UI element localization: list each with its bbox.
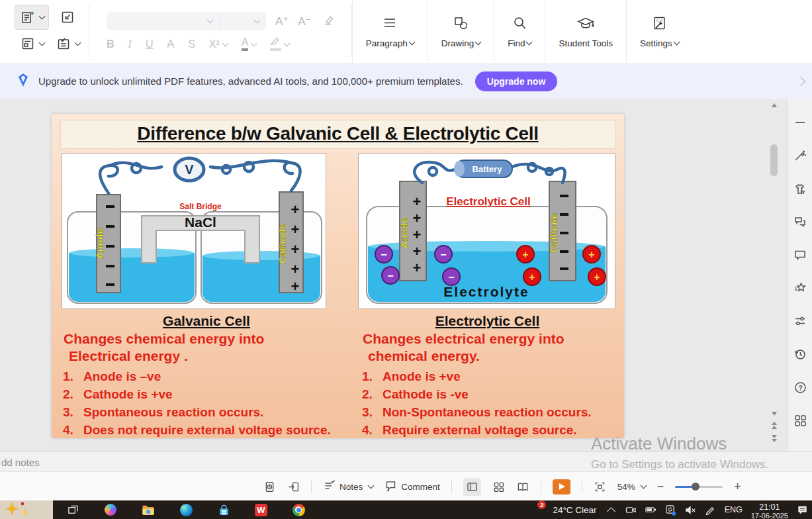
zoom-slider[interactable] <box>675 486 723 488</box>
zoom-in-button[interactable]: + <box>734 480 741 494</box>
windows-ink-pen-icon[interactable] <box>705 504 716 516</box>
bold-button[interactable]: B <box>107 38 114 50</box>
play-presentation-button[interactable] <box>553 479 570 495</box>
strikethrough-s-button[interactable]: S <box>188 38 195 50</box>
checklist-button[interactable] <box>50 31 85 56</box>
student-tools-button[interactable]: Student Tools <box>545 0 626 63</box>
settings-menu-button[interactable]: Settings <box>626 0 692 63</box>
increase-font-button[interactable]: A⁺ <box>275 15 289 28</box>
italic-button[interactable]: I <box>128 38 132 50</box>
strikethrough-a-button[interactable]: A <box>167 38 174 50</box>
comment-add-icon <box>384 479 397 494</box>
font-color-icon: A <box>242 37 249 51</box>
underline-button[interactable]: U <box>146 38 154 50</box>
salt-bridge-label: Salt Bridge <box>179 202 222 211</box>
notes-lines-icon <box>323 479 336 494</box>
zoom-level-dropdown[interactable]: 54% <box>617 482 646 492</box>
tray-expand-chevron[interactable] <box>606 504 617 516</box>
svg-text:+: + <box>413 210 422 226</box>
add-note-button[interactable] <box>15 5 49 30</box>
toolbar-divider <box>541 480 541 493</box>
notes-strip: dd notes <box>0 451 812 472</box>
notes-label: Notes <box>339 482 363 492</box>
pdf-page[interactable]: Difference b/w Galvanic Cell & Electroly… <box>52 114 624 438</box>
scrollbar-thumb[interactable] <box>770 144 778 176</box>
copilot-icon[interactable] <box>104 503 117 516</box>
chat-sync-icon[interactable] <box>793 214 807 229</box>
thumbnail-grid-button[interactable] <box>492 481 505 493</box>
toolbar-divider <box>451 480 452 493</box>
scroll-up-arrow[interactable] <box>772 103 777 107</box>
font-color-button[interactable]: A <box>242 37 257 51</box>
collapse-dash-icon[interactable] <box>793 115 807 130</box>
checklist-icon <box>56 36 71 52</box>
clear-format-button[interactable] <box>321 13 334 30</box>
decrease-font-button[interactable]: A⁻ <box>298 15 311 28</box>
add-notes-input[interactable]: dd notes <box>1 457 40 468</box>
form-layout-button[interactable] <box>15 31 49 56</box>
banner-message: Upgrade to unlock unlimited PDF features… <box>38 75 463 87</box>
upgrade-now-button[interactable]: Upgrade now <box>475 71 558 91</box>
action-center-icon[interactable] <box>797 504 808 516</box>
apps-grid-icon[interactable] <box>793 413 807 428</box>
file-explorer-icon[interactable] <box>142 503 155 516</box>
list-item: Spontaneous reaction occurs. <box>77 404 356 420</box>
edit-box-button[interactable] <box>50 5 85 30</box>
sidebar-panel-toggle[interactable] <box>463 478 481 496</box>
help-icon[interactable]: ? <box>793 380 807 395</box>
chevron-down-icon <box>640 483 647 489</box>
font-family-select[interactable] <box>107 12 219 30</box>
task-view-button[interactable] <box>66 503 79 516</box>
zoom-out-button[interactable]: − <box>657 480 664 494</box>
upgrade-banner: Upgrade to unlock unlimited PDF features… <box>0 63 812 99</box>
underline-label: U <box>146 38 154 50</box>
superscript-button[interactable]: X² <box>209 38 228 50</box>
chevron-down-icon <box>74 40 81 46</box>
history-clock-icon[interactable] <box>793 347 807 361</box>
chevron-down-icon <box>673 39 680 46</box>
weather-widget[interactable]: 24°C Clear <box>553 505 596 515</box>
banner-expand-chevron-icon[interactable] <box>796 76 805 85</box>
galvanic-summary-line1: Changes chemical energy into <box>57 330 356 348</box>
highlight-color-button[interactable] <box>270 37 289 51</box>
sync-tray-icon[interactable] <box>665 504 676 516</box>
language-indicator[interactable]: ENG <box>725 505 743 514</box>
galvanic-cell-diagram: Salt Bridge NaCl Anode +++++ <box>62 153 326 309</box>
zoom-slider-knob[interactable] <box>692 483 699 491</box>
sparkle-stars-icon <box>0 500 53 519</box>
next-page-button[interactable] <box>772 435 777 442</box>
wps-office-icon[interactable]: W <box>255 504 267 516</box>
scroll-down-arrow[interactable] <box>772 412 777 416</box>
ai-magic-wand-icon[interactable] <box>793 148 807 163</box>
effects-star-icon[interactable] <box>793 281 807 295</box>
font-size-select[interactable] <box>219 12 266 30</box>
sliders-icon[interactable] <box>793 314 807 328</box>
comment-bubble-icon[interactable] <box>793 248 807 262</box>
chrome-browser-icon[interactable] <box>292 503 305 516</box>
import-notes-button[interactable] <box>287 481 300 493</box>
windows-taskbar: W 2 24°C Clear ENG 21:01 17-06-2025 <box>0 500 812 519</box>
microsoft-store-icon[interactable] <box>217 503 230 516</box>
camera-tray-icon[interactable] <box>625 504 637 516</box>
pinned-app-with-badge[interactable]: 2 <box>531 503 544 516</box>
comment-button[interactable]: Comment <box>384 479 440 494</box>
search-highlights-widget[interactable] <box>0 500 53 519</box>
vertical-scrollbar <box>770 103 779 448</box>
page-schedule-button[interactable] <box>263 481 276 493</box>
battery-tray-icon[interactable] <box>645 504 656 516</box>
paragraph-menu-button[interactable]: Paragraph <box>352 0 428 63</box>
find-menu-button[interactable]: Find <box>494 0 545 63</box>
toolbar-divider <box>311 480 312 493</box>
drawing-menu-button[interactable]: Drawing <box>428 0 494 63</box>
clock-widget[interactable]: 21:01 17-06-2025 <box>751 503 788 519</box>
electrolytic-summary-line1: Changes electrical energy into <box>356 330 619 348</box>
volume-muted-icon[interactable] <box>685 504 696 516</box>
student-tools-label: Student Tools <box>559 38 613 48</box>
italic-label: I <box>128 38 132 50</box>
edge-browser-icon[interactable] <box>179 503 193 516</box>
notes-dropdown-button[interactable]: Notes <box>323 479 373 494</box>
template-shirt-icon[interactable] <box>793 181 807 196</box>
read-mode-button[interactable] <box>516 481 529 493</box>
fit-screen-button[interactable] <box>594 481 606 493</box>
previous-page-button[interactable] <box>772 422 777 429</box>
